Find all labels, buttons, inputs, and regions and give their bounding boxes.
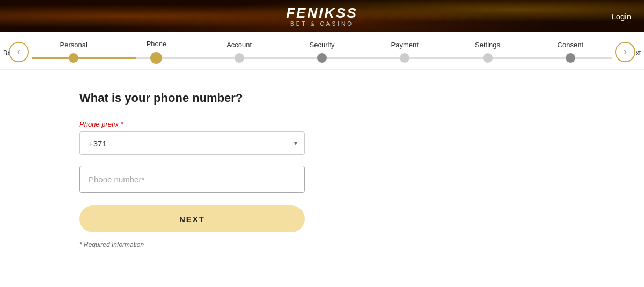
step-settings: Settings	[446, 41, 529, 63]
prefix-label: Phone prefix *	[79, 120, 644, 128]
step-account-dot	[235, 53, 244, 63]
step-consent: Consent	[529, 41, 612, 63]
next-button-wrapper: › Next	[627, 47, 641, 57]
step-consent-label: Consent	[558, 41, 583, 49]
step-payment-label: Payment	[391, 41, 419, 49]
step-settings-label: Settings	[475, 41, 500, 49]
step-phone: Phone	[115, 40, 197, 64]
login-link[interactable]: Login	[611, 12, 631, 21]
back-button[interactable]: ‹	[9, 42, 29, 62]
form-title: What is your phone number?	[79, 91, 644, 105]
step-security: Security	[281, 41, 363, 63]
step-phone-dot	[150, 52, 162, 64]
step-account-label: Account	[226, 41, 252, 49]
steps-container: Personal Phone Account Security Payment …	[32, 40, 612, 64]
next-button[interactable]: ›	[615, 42, 635, 62]
phone-prefix-wrapper: +371 +1 +44 +49 ▾	[79, 131, 305, 155]
back-button-wrapper: ‹ Back	[3, 47, 18, 57]
step-account: Account	[198, 41, 281, 63]
logo: FENIKSS BET & CASINO	[271, 5, 373, 27]
next-submit-button[interactable]: NEXT	[79, 205, 305, 232]
step-settings-dot	[483, 53, 493, 63]
step-phone-label: Phone	[147, 40, 167, 48]
logo-tagline: BET & CASINO	[271, 21, 373, 27]
steps-navigation: ‹ Back Personal Phone Account Security	[0, 32, 644, 70]
phone-number-input[interactable]	[79, 166, 305, 193]
phone-prefix-select[interactable]: +371 +1 +44 +49	[79, 131, 305, 155]
step-consent-dot	[566, 53, 575, 63]
logo-name: FENIKSS	[271, 5, 373, 21]
header: FENIKSS BET & CASINO Login	[0, 0, 644, 32]
step-payment-dot	[400, 53, 409, 63]
step-personal-dot	[69, 53, 78, 63]
required-info: * Required Information	[79, 241, 644, 248]
step-personal-label: Personal	[60, 41, 87, 49]
step-security-label: Security	[310, 41, 335, 49]
main-content: What is your phone number? Phone prefix …	[0, 70, 644, 248]
step-security-dot	[317, 53, 327, 63]
step-payment: Payment	[363, 41, 446, 63]
step-personal: Personal	[32, 41, 115, 63]
